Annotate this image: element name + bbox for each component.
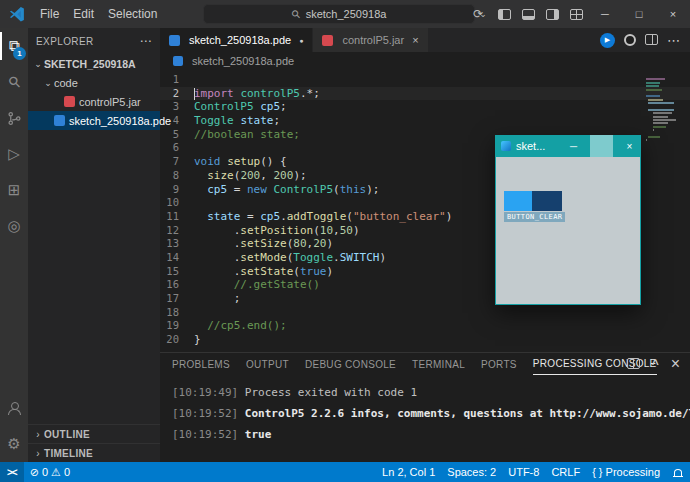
explorer-more-icon[interactable]: ⋯ [140, 34, 152, 48]
minimap-line [646, 99, 676, 101]
panel-tab-terminal[interactable]: TERMINAL [412, 353, 465, 375]
minimap-line [646, 106, 676, 108]
panel-tab-debug-console[interactable]: DEBUG CONSOLE [305, 353, 396, 375]
breadcrumb[interactable]: sketch_250918a.pde [160, 52, 690, 70]
sketch-minimize-button[interactable]: ─ [562, 135, 585, 157]
tree-item-controlp5.jar[interactable]: controlP5.jar [28, 92, 160, 111]
panel-tab-problems[interactable]: PROBLEMS [172, 353, 230, 375]
tree-item-label: SKETCH_250918A [44, 58, 136, 70]
explorer-icon[interactable]: ⧉ 1 [0, 28, 28, 64]
line-text: state = cp5.addToggle("button_clear") [194, 210, 452, 224]
panel-tab-output[interactable]: OUTPUT [246, 353, 289, 375]
extensions-icon[interactable]: ⊞ [0, 172, 28, 208]
activity-bar: ⧉ 1 ⚲ ▷ ⊞ ◎ ⚙ [0, 28, 28, 462]
tree-item-sketch_250918a[interactable]: ⌄SKETCH_250918A [28, 54, 160, 73]
title-bar: FileEditSelection ← → ⚲ sketch_250918a ⟳… [0, 0, 690, 28]
notifications-bell-icon[interactable] [666, 462, 690, 482]
minimap-line [646, 122, 676, 124]
section-outline[interactable]: ›OUTLINE [28, 424, 160, 443]
line-number: 8 [160, 169, 194, 183]
code-line: 20} [160, 333, 690, 347]
processing-console-output: [10:19:49] Process exited with code 1[10… [160, 375, 690, 445]
code-line: 18 [160, 306, 690, 320]
chevron-down-icon: ⌄ [32, 59, 44, 69]
search-view-icon[interactable]: ⚲ [0, 64, 28, 100]
code-line: 19 //cp5.end(); [160, 319, 690, 333]
processing-view-icon[interactable]: ◎ [0, 208, 28, 244]
tree-item-sketch_250918a.pde[interactable]: sketch_250918a.pde [28, 111, 160, 130]
maximize-button[interactable]: □ [622, 0, 656, 28]
panel-maximize-icon[interactable]: ^ [652, 357, 659, 371]
minimap-line [646, 95, 676, 97]
menu-edit[interactable]: Edit [66, 0, 101, 28]
remote-indicator[interactable]: >< [0, 462, 24, 482]
sidebar-title: EXPLORER [36, 36, 94, 47]
tab-close-icon[interactable]: × [412, 34, 418, 46]
code-line: 4Toggle state; [160, 114, 690, 128]
settings-gear-icon[interactable]: ⚙ [0, 426, 28, 462]
console-message: true [245, 428, 272, 441]
line-number: 15 [160, 265, 194, 279]
toggle-secondary-sidebar-icon[interactable] [540, 0, 564, 28]
minimap-line [646, 136, 676, 138]
run-debug-icon[interactable]: ▷ [0, 136, 28, 172]
status-eol[interactable]: CRLF [545, 462, 586, 482]
line-number: 5 [160, 128, 194, 142]
editor-more-icon[interactable]: ⋯ [667, 33, 680, 48]
close-button[interactable]: × [656, 0, 690, 28]
panel-tab-ports[interactable]: PORTS [481, 353, 517, 375]
source-control-icon[interactable] [0, 100, 28, 136]
problems-status[interactable]: ⊘ 0 ⚠ 0 [24, 462, 76, 482]
section-timeline[interactable]: ›TIMELINE [28, 443, 160, 462]
sketch-window-title: sket... [516, 140, 557, 152]
line-text: size(200, 200); [194, 169, 307, 183]
account-icon[interactable] [0, 390, 28, 426]
minimap-line [646, 126, 676, 128]
line-text: .setMode(Toggle.SWITCH) [194, 251, 386, 265]
tab-bar: sketch_250918a.pde●controlP5.jar× ▶ ⋯ [160, 28, 690, 52]
menu-selection[interactable]: Selection [101, 0, 164, 28]
panel-split-icon[interactable] [627, 355, 640, 373]
pde-file-icon [173, 56, 183, 66]
line-text: Toggle state; [194, 114, 280, 128]
vscode-logo-icon [9, 6, 25, 22]
tree-item-label: controlP5.jar [79, 96, 141, 108]
tree-item-code[interactable]: ⌄code [28, 73, 160, 92]
status-bar: >< ⊘ 0 ⚠ 0 Ln 2, Col 1Spaces: 2UTF-8CRLF… [0, 462, 690, 482]
panel-tab-bar: PROBLEMSOUTPUTDEBUG CONSOLETERMINALPORTS… [160, 353, 690, 375]
status-indentation[interactable]: Spaces: 2 [441, 462, 502, 482]
bottom-panel: PROBLEMSOUTPUTDEBUG CONSOLETERMINALPORTS… [160, 352, 690, 462]
console-line: [10:19:52] true [172, 424, 690, 445]
tab-sketch_250918a.pde[interactable]: sketch_250918a.pde● [160, 28, 313, 52]
sketch-window-titlebar[interactable]: sket... ─ × [495, 135, 641, 157]
line-text: } [194, 333, 201, 347]
split-editor-icon[interactable] [645, 31, 658, 49]
command-center-search[interactable]: ⚲ sketch_250918a [203, 4, 475, 24]
minimap[interactable] [646, 75, 676, 143]
stop-sketch-button[interactable] [624, 34, 636, 46]
minimize-button[interactable]: ─ [588, 0, 622, 28]
panel-close-icon[interactable]: × [671, 355, 680, 373]
minimap-line [646, 85, 676, 87]
minimap-line [646, 133, 676, 135]
toggle-panel-icon[interactable] [516, 0, 540, 28]
minimap-line [646, 82, 676, 84]
section-label: TIMELINE [44, 448, 93, 459]
status-cursor-position[interactable]: Ln 2, Col 1 [376, 462, 441, 482]
toggle-sidebar-icon[interactable] [492, 0, 516, 28]
customize-layout-icon[interactable] [564, 0, 588, 28]
status-language-mode[interactable]: { } Processing [586, 462, 666, 482]
line-number: 13 [160, 237, 194, 251]
line-text: //boolean state; [194, 128, 300, 142]
sketch-close-button[interactable]: × [618, 135, 641, 157]
chevron-down-icon: ⌄ [42, 78, 54, 88]
warning-icon: ⚠ [51, 466, 61, 479]
sync-icon[interactable]: ⟳⌄ [468, 0, 492, 28]
status-encoding[interactable]: UTF-8 [502, 462, 545, 482]
jar-file-icon [64, 96, 75, 107]
toggle-control[interactable] [504, 191, 562, 211]
sketch-maximize-button[interactable] [590, 135, 613, 157]
menu-file[interactable]: File [33, 0, 66, 28]
run-sketch-button[interactable]: ▶ [600, 33, 615, 48]
tab-controlP5.jar[interactable]: controlP5.jar× [313, 28, 428, 52]
